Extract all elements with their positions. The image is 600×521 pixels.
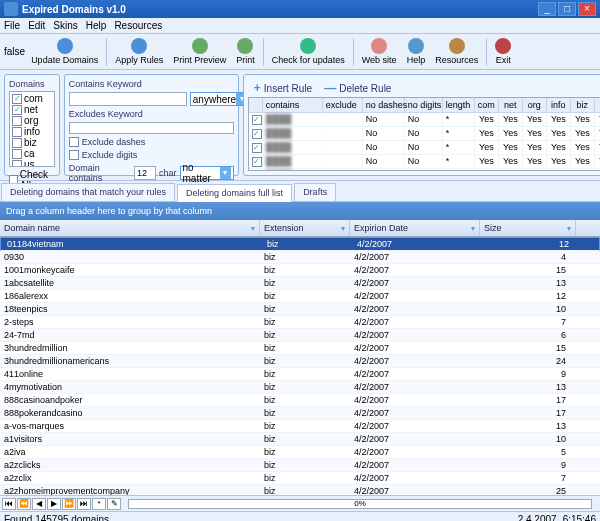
grid-col-expirion-date[interactable]: Expirion Date▾ — [350, 220, 480, 236]
nav-first[interactable]: ⏮ — [2, 498, 16, 510]
toolbar-update-domains[interactable]: Update Domains — [27, 37, 102, 66]
rules-row[interactable]: ████NoNo*YesYesYesYesYesYes — [249, 141, 600, 155]
rules-col-exclude[interactable]: exclude — [323, 98, 363, 112]
domain-item-org[interactable]: org — [11, 115, 53, 126]
contains-keyword-label: Contains Keyword — [69, 79, 234, 89]
grid-row[interactable]: 888casinoandpokerbiz4/2/200717 — [0, 394, 600, 407]
exclude-dashes-checkbox[interactable]: Exclude dashes — [69, 137, 234, 147]
nav-add[interactable]: * — [92, 498, 106, 510]
menu-edit[interactable]: Edit — [28, 20, 45, 31]
grid-row[interactable]: 1001monkeycaifebiz4/2/200715 — [0, 264, 600, 277]
nav-nextpage[interactable]: ⏩ — [62, 498, 76, 510]
close-button[interactable]: × — [578, 2, 596, 16]
menubar: FileEditSkinsHelpResources — [0, 18, 600, 34]
grid-row[interactable]: 1abcsatellitebiz4/2/200713 — [0, 277, 600, 290]
help-icon — [408, 38, 424, 54]
exclude-digits-checkbox[interactable]: Exclude digits — [69, 150, 234, 160]
delete-rule-button[interactable]: —Delete Rule — [324, 81, 391, 95]
grid-row[interactable]: 186alerexxbiz4/2/200712 — [0, 290, 600, 303]
group-bar[interactable]: Drag a column header here to group by th… — [0, 202, 600, 220]
grid-row[interactable]: 3hundredmillionbiz4/2/200715 — [0, 342, 600, 355]
rules-col-contains[interactable]: contains — [263, 98, 323, 112]
toolbar-print-preview[interactable]: Print Preview — [169, 37, 230, 66]
grid-col-size[interactable]: Size▾ — [480, 220, 576, 236]
menu-resources[interactable]: Resources — [114, 20, 162, 31]
rules-col-ca[interactable]: ca — [595, 98, 600, 112]
contains-keyword-input[interactable] — [69, 92, 187, 106]
grid-col-domain-name[interactable]: Domain name▾ — [0, 220, 260, 236]
grid-row[interactable]: 01184vietnambiz4/2/200712 — [0, 237, 600, 251]
rules-col-no-dashes[interactable]: no dashes — [363, 98, 405, 112]
grid-row[interactable]: a2zclixbiz4/2/20077 — [0, 472, 600, 485]
navigator-bar: ⏮ ⏪ ◀ ▶ ⏩ ⏭ * ✎ 0% — [0, 495, 600, 511]
domains-title: Domains — [9, 79, 55, 89]
minimize-button[interactable]: _ — [538, 2, 556, 16]
contains-where-select[interactable]: anywhere▾ — [190, 92, 251, 106]
rules-row[interactable]: ████NoNo*YesYesYesYesYesYes — [249, 127, 600, 141]
char-mode-select[interactable]: no matter▾ — [180, 166, 234, 180]
grid-row[interactable]: a1visitorsbiz4/2/200710 — [0, 433, 600, 446]
rules-col-length[interactable]: length — [443, 98, 475, 112]
toolbar: falseUpdate DomainsApply RulesPrint Prev… — [0, 34, 600, 70]
toolbar-print[interactable]: Print — [232, 37, 259, 66]
menu-help[interactable]: Help — [86, 20, 107, 31]
grid-body[interactable]: 01184vietnambiz4/2/2007120930biz4/2/2007… — [0, 237, 600, 495]
tab-2[interactable]: Drafts — [294, 183, 336, 201]
grid-row[interactable]: 24-7mdbiz4/2/20076 — [0, 329, 600, 342]
progress-bar: 0% — [128, 499, 592, 509]
nav-prevpage[interactable]: ⏪ — [17, 498, 31, 510]
grid-col-extension[interactable]: Extension▾ — [260, 220, 350, 236]
toolbar-exit[interactable]: Exit — [491, 37, 515, 66]
maximize-button[interactable]: □ — [558, 2, 576, 16]
update-domains-icon — [57, 38, 73, 54]
grid-row[interactable]: a2ivabiz4/2/20075 — [0, 446, 600, 459]
grid-row[interactable]: 4mymotivationbiz4/2/200713 — [0, 381, 600, 394]
rules-col-com[interactable]: com — [475, 98, 499, 112]
grid-row[interactable]: a-vos-marquesbiz4/2/200713 — [0, 420, 600, 433]
grid-row[interactable]: a2zclicksbiz4/2/20079 — [0, 459, 600, 472]
domain-item-info[interactable]: info — [11, 126, 53, 137]
char-count-input[interactable] — [134, 166, 156, 180]
grid-row[interactable]: 18teenpicsbiz4/2/200710 — [0, 303, 600, 316]
nav-next[interactable]: ▶ — [47, 498, 61, 510]
rules-grid[interactable]: containsexcludeno dashesno digitslengthc… — [248, 97, 600, 171]
toolbar-apply-rules[interactable]: Apply Rules — [111, 37, 167, 66]
grid-row[interactable]: 411onlinebiz4/2/20079 — [0, 368, 600, 381]
domain-item-com[interactable]: com — [11, 93, 53, 104]
rules-col-org[interactable]: org — [523, 98, 547, 112]
grid-row[interactable]: 2-stepsbiz4/2/20077 — [0, 316, 600, 329]
grid-row[interactable]: a2zhomeimprovementcompanybiz4/2/200725 — [0, 485, 600, 495]
domains-list[interactable]: comnetorginfobizcausco.ukorg.ukme.uk — [9, 91, 55, 167]
sort-icon: ▾ — [471, 224, 475, 233]
menu-skins[interactable]: Skins — [53, 20, 77, 31]
rules-col-no-digits[interactable]: no digits — [405, 98, 443, 112]
rules-row[interactable]: ████NoNo*YesYesYesYesYesYes — [249, 155, 600, 169]
rules-row[interactable]: ████NoNo*YesYesYesYesYesYes — [249, 169, 600, 171]
domain-item-us[interactable]: us — [11, 159, 53, 167]
grid-row[interactable]: 3hundredmillionamericansbiz4/2/200724 — [0, 355, 600, 368]
tab-1[interactable]: Deleting domains full list — [177, 184, 292, 202]
status-date: 2.4.2007 — [518, 514, 557, 522]
domain-item-ca[interactable]: ca — [11, 148, 53, 159]
status-found: Found 145795 domains — [4, 514, 109, 522]
tab-0[interactable]: Deleting domains that match your rules — [1, 183, 175, 201]
toolbar-web-site[interactable]: Web site — [358, 37, 401, 66]
rules-col-net[interactable]: net — [499, 98, 523, 112]
menu-file[interactable]: File — [4, 20, 20, 31]
domain-item-biz[interactable]: biz — [11, 137, 53, 148]
rules-col-biz[interactable]: biz — [571, 98, 595, 112]
domain-item-net[interactable]: net — [11, 104, 53, 115]
grid-row[interactable]: 0930biz4/2/20074 — [0, 251, 600, 264]
nav-prev[interactable]: ◀ — [32, 498, 46, 510]
toolbar-check-for-updates[interactable]: Check for updates — [268, 37, 349, 66]
toolbar-help[interactable]: Help — [403, 37, 430, 66]
nav-last[interactable]: ⏭ — [77, 498, 91, 510]
grid-row[interactable]: 888pokerandcasinobiz4/2/200717 — [0, 407, 600, 420]
excludes-keyword-input[interactable] — [69, 122, 234, 134]
nav-bookmark[interactable]: ✎ — [107, 498, 121, 510]
rules-col-info[interactable]: info — [547, 98, 571, 112]
toolbar-resources[interactable]: Resources — [431, 37, 482, 66]
insert-rule-button[interactable]: +Insert Rule — [254, 81, 312, 95]
rules-row[interactable]: ████NoNo*YesYesYesYesYesYes — [249, 113, 600, 127]
app-icon — [4, 2, 18, 16]
